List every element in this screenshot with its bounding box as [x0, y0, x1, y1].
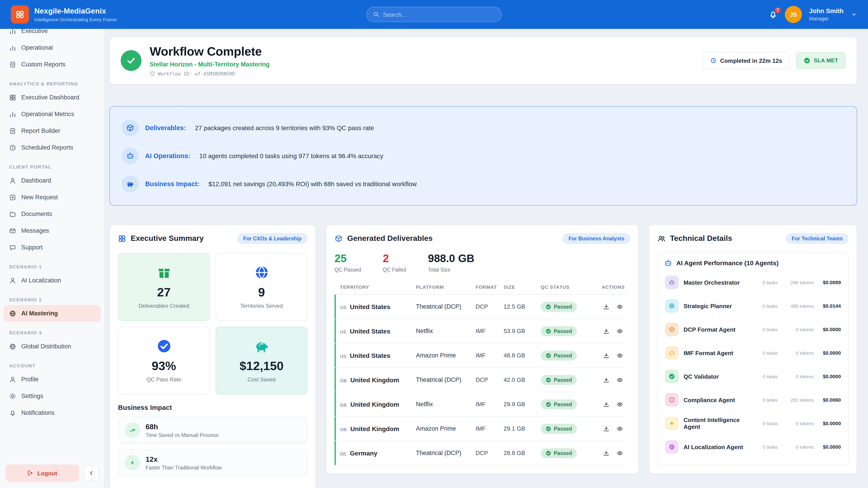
impact-value: 12x	[146, 455, 222, 463]
sidebar-item-label: Report Builder	[21, 127, 60, 134]
sidebar-item-notifications[interactable]: Notifications	[4, 404, 101, 421]
download-button[interactable]	[601, 326, 611, 336]
download-button[interactable]	[601, 399, 611, 409]
agent-tokens: 480 tokens	[782, 303, 814, 308]
banner-label: Deliverables:	[145, 124, 186, 131]
app-logo[interactable]	[11, 5, 29, 24]
sidebar-item-label: Operational Metrics	[21, 111, 74, 118]
download-button[interactable]	[601, 448, 611, 458]
avatar[interactable]: JS	[785, 6, 802, 23]
sidebar-collapse-button[interactable]	[84, 465, 99, 481]
robot-icon	[122, 147, 139, 164]
deliverables-table: TERRITORY PLATFORM FORMAT SIZE QC STATUS…	[335, 280, 630, 465]
sidebar-item-dashboard[interactable]: Dashboard	[4, 172, 101, 189]
format: DCP	[475, 450, 504, 456]
table-row[interactable]: GBUnited Kingdom Netflix IMF 29.9 GB Pas…	[335, 392, 630, 417]
sidebar-item-executive-dashboard[interactable]: Executive Dashboard	[4, 89, 101, 106]
format: IMF	[475, 401, 504, 408]
sidebar-item-executive[interactable]: Executive	[4, 29, 101, 39]
agent-name: Compliance Agent	[684, 396, 735, 403]
download-button[interactable]	[601, 375, 611, 385]
sidebar-item-label: Support	[21, 244, 43, 251]
sidebar-item-profile[interactable]: Profile	[4, 371, 101, 388]
view-button[interactable]	[615, 326, 625, 336]
logout-button[interactable]: Logout	[5, 464, 79, 482]
download-button[interactable]	[601, 350, 611, 360]
view-button[interactable]	[615, 399, 625, 409]
format: IMF	[475, 352, 504, 359]
sla-met-label: SLA MET	[814, 57, 838, 64]
sidebar-section-client-portal: CLIENT PORTAL	[9, 164, 95, 169]
view-button[interactable]	[615, 302, 625, 312]
sidebar-item-ai-mastering[interactable]: AI Mastering	[4, 305, 101, 322]
sidebar-item-label: Messages	[21, 227, 49, 234]
sidebar-item-label: Documents	[21, 210, 52, 217]
piggy-bank-icon	[254, 338, 269, 354]
technical-details-card: Technical Details For Technical Teams AI…	[649, 225, 857, 474]
sidebar-item-settings[interactable]: Settings	[4, 388, 101, 404]
workflow-subtitle: Stellar Horizon - Multi-Territory Master…	[150, 61, 270, 68]
agent-row: Content Intelligence Agent 0 tasks0 toke…	[664, 412, 842, 435]
download-icon	[603, 377, 610, 383]
table-row[interactable]: USUnited States Amazon Prime IMF 48.8 GB…	[335, 344, 630, 368]
sidebar-item-operational-metrics[interactable]: Operational Metrics	[4, 106, 101, 123]
size: 29.9 GB	[504, 401, 541, 408]
search-bar[interactable]	[366, 7, 502, 22]
sidebar-item-messages[interactable]: Messages	[4, 222, 101, 239]
sidebar-section-scenario-1: SCENARIO 1	[9, 264, 95, 269]
territory-name: United Kingdom	[350, 400, 399, 408]
agent-name: IMF Format Agent	[684, 350, 733, 356]
table-row[interactable]: DEGermany Theatrical (DCP) DCP 28.8 GB P…	[335, 441, 630, 465]
user-menu[interactable]: John Smith Manager	[809, 7, 844, 22]
sidebar-item-report-builder[interactable]: Report Builder	[4, 123, 101, 139]
sidebar-item-global-distribution[interactable]: Global Distribution	[4, 338, 101, 355]
format: IMF	[475, 328, 504, 334]
stat-value: 93%	[152, 359, 176, 373]
chevron-down-icon[interactable]	[851, 11, 857, 18]
stat-value: $12,150	[239, 359, 283, 373]
sidebar-item-ai-localization[interactable]: AI Localization	[4, 272, 101, 289]
sidebar-item-operational[interactable]: Operational	[4, 39, 101, 56]
view-button[interactable]	[615, 375, 625, 385]
sidebar-item-support[interactable]: Support	[4, 239, 101, 256]
view-button[interactable]	[615, 350, 625, 360]
sidebar-item-label: New Request	[21, 194, 58, 201]
sidebar-section-analytics: ANALYTICS & REPORTING	[9, 81, 95, 86]
view-button[interactable]	[615, 448, 625, 458]
sidebar-item-custom-reports[interactable]: Custom Reports	[4, 56, 101, 73]
table-row[interactable]: USUnited States Theatrical (DCP) DCP 12.…	[335, 295, 630, 319]
table-row[interactable]: USUnited States Netflix IMF 53.9 GB Pass…	[335, 319, 630, 344]
download-button[interactable]	[601, 424, 611, 433]
agent-tokens: 201 tokens	[782, 397, 814, 402]
completed-time-label: Completed in 22m 12s	[720, 57, 782, 64]
view-button[interactable]	[615, 424, 625, 433]
table-row[interactable]: GBUnited Kingdom Amazon Prime IMF 29.1 G…	[335, 417, 630, 441]
download-button[interactable]	[601, 302, 611, 312]
agent-cost: $0.0144	[818, 303, 841, 308]
territory-name: United Kingdom	[350, 425, 399, 432]
workflow-titles: Workflow Complete Stellar Horizon - Mult…	[150, 45, 270, 76]
impact-item-time-saved: 68h Time Saved vs Manual Process	[118, 417, 307, 444]
agent-name: AI Localization Agent	[684, 444, 743, 450]
globe-icon	[9, 343, 16, 350]
workflow-summary-card: Workflow Complete Stellar Horizon - Mult…	[110, 37, 857, 85]
agent-tasks: 0 tasks	[758, 397, 778, 402]
package-icon	[665, 323, 679, 336]
success-check-icon	[121, 50, 142, 71]
impact-label: Time Saved vs Manual Process	[146, 432, 219, 437]
eye-icon	[617, 377, 623, 383]
table-row[interactable]: GBUnited Kingdom Theatrical (DCP) DCP 42…	[335, 368, 630, 392]
sidebar-item-documents[interactable]: Documents	[4, 205, 101, 222]
agent-cost: $0.0000	[818, 421, 841, 426]
agent-tasks: 0 tasks	[758, 444, 778, 450]
check-badge-icon	[156, 338, 172, 354]
sidebar-item-new-request[interactable]: New Request	[4, 189, 101, 205]
agent-cost: $0.0000	[818, 444, 841, 450]
sidebar-item-label: Executive	[21, 29, 48, 34]
territory-name: United States	[350, 303, 391, 310]
notifications-button[interactable]: 7	[769, 10, 778, 19]
search-input[interactable]	[383, 11, 495, 18]
download-icon	[603, 425, 610, 432]
sidebar-item-scheduled-reports[interactable]: Scheduled Reports	[4, 139, 101, 156]
stat-value: 988.0 GB	[428, 252, 474, 265]
